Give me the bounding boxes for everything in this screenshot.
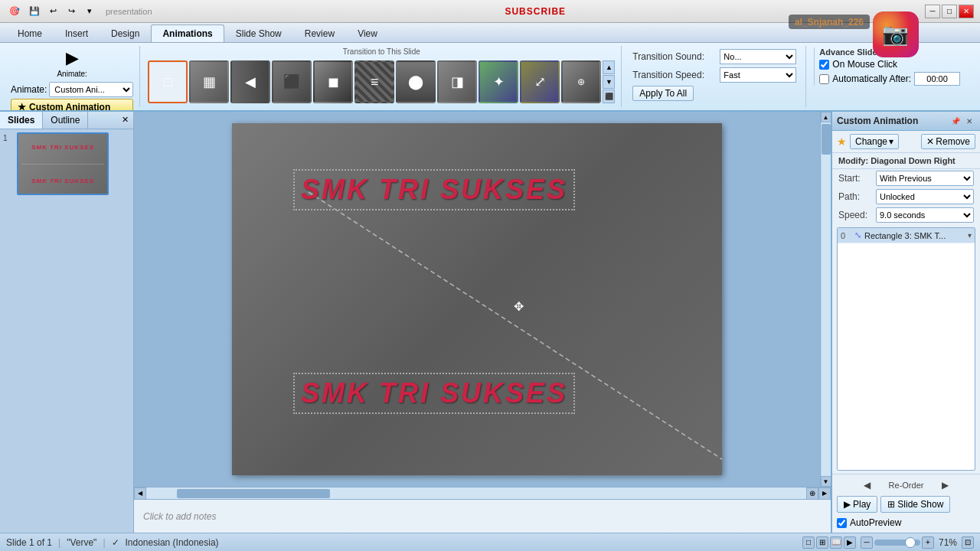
zoom-slider[interactable] — [874, 540, 920, 546]
trans-scroll-more[interactable]: ⬛ — [603, 90, 615, 103]
scroll-center-button[interactable]: ⊕ — [806, 487, 818, 500]
auto-after-checkbox[interactable] — [819, 74, 829, 84]
start-field-row: Start: With Previous On Click After Prev… — [832, 169, 980, 187]
normal-view-button[interactable]: □ — [802, 536, 815, 549]
auto-after-input[interactable] — [914, 72, 960, 86]
trans-strips[interactable]: ≡ — [354, 60, 394, 103]
ribbon-group-preview: ▶ Animate: Animate: Custom Ani... ★ Cust… — [5, 46, 140, 107]
tab-insert[interactable]: Insert — [54, 24, 100, 42]
cursor-icon: ✥ — [514, 299, 524, 314]
window-controls: ─ □ ✕ — [925, 5, 974, 18]
zoom-thumb[interactable] — [905, 537, 916, 548]
path-label: Path: — [838, 191, 873, 202]
reorder-down-button[interactable]: ▶ — [939, 479, 952, 491]
status-right: □ ⊞ 📖 ▶ ─ + 71% ⊡ — [802, 536, 974, 549]
panel-pin-icon[interactable]: 📌 — [949, 115, 962, 127]
slides-tab-slides[interactable]: Slides — [0, 112, 43, 129]
trans-reveal[interactable]: ◨ — [437, 60, 477, 103]
minimize-button[interactable]: ─ — [925, 5, 940, 18]
zoom-out-button[interactable]: ─ — [861, 536, 873, 549]
canvas-text-top: SMK TRI SUKSES — [293, 169, 575, 210]
slide-sorter-button[interactable]: ⊞ — [816, 536, 828, 549]
anim-text: Rectangle 3: SMK T... — [864, 231, 965, 240]
notes-area[interactable]: Click to add notes — [134, 499, 831, 533]
slideshow-button[interactable]: ⊞ Slide Show — [880, 496, 950, 513]
trans-push[interactable]: ⬛ — [272, 60, 312, 103]
username-badge: al_Snjanah_226 — [789, 15, 870, 29]
path-field-row: Path: Unlocked Locked — [832, 187, 980, 206]
preview-button[interactable]: ▶ Animate: — [52, 47, 92, 79]
subscribe-title: SUBSCRIBE — [505, 5, 566, 17]
sound-label: Transition Sound: — [632, 51, 717, 62]
panel-close-icon[interactable]: ✕ — [963, 115, 975, 127]
reorder-up-icon: ◀ — [864, 480, 871, 491]
save-button[interactable]: 💾 — [26, 3, 43, 20]
slides-panel-close[interactable]: ✕ — [117, 112, 133, 129]
slide-info: Slide 1 of 1 — [6, 537, 52, 548]
tab-animations[interactable]: Animations — [151, 24, 224, 42]
apply-all-button[interactable]: Apply To All — [632, 86, 694, 101]
play-button[interactable]: ▶ Play — [837, 496, 877, 513]
fit-to-window-button[interactable]: ⊡ — [962, 536, 974, 549]
animate-select[interactable]: Custom Ani... — [49, 82, 133, 97]
start-select[interactable]: With Previous On Click After Previous — [876, 171, 974, 186]
animation-item[interactable]: 0 ⤡ Rectangle 3: SMK T... ▾ — [838, 228, 975, 243]
slide-thumbnail[interactable]: SMK TRI SUKSES SMK TRI SUKSES — [17, 132, 109, 195]
canvas-text-bottom: SMK TRI SUKSES — [293, 373, 575, 414]
mouse-click-checkbox[interactable] — [819, 60, 829, 70]
list-item[interactable]: 1 SMK TRI SUKSES SMK TRI SUKSES — [3, 132, 130, 195]
slides-tab-outline[interactable]: Outline — [43, 112, 88, 129]
close-button[interactable]: ✕ — [959, 5, 974, 18]
slideshow-view-button[interactable]: ▶ — [844, 536, 856, 549]
scroll-down-button[interactable]: ▼ — [821, 476, 831, 487]
trans-fade[interactable]: ▦ — [189, 60, 229, 103]
canvas-scroll[interactable]: SMK TRI SUKSES SMK TRI SUKSES ✥ — [134, 112, 820, 487]
zoom-in-button[interactable]: + — [922, 536, 934, 549]
scroll-thumb-horizontal[interactable] — [177, 489, 330, 498]
scroll-track-vertical[interactable] — [822, 122, 831, 476]
change-button[interactable]: Change ▾ — [850, 134, 899, 149]
scrollbar-vertical[interactable]: ▲ ▼ — [820, 112, 831, 487]
dropdown-icon: ▾ — [889, 136, 893, 147]
custom-animation-button[interactable]: ★ Custom Animation — [11, 99, 133, 112]
scroll-thumb-vertical[interactable] — [822, 124, 831, 155]
trans-scroll-down[interactable]: ▼ — [603, 75, 615, 89]
trans-scroll-up[interactable]: ▲ — [603, 60, 615, 74]
anim-dropdown-icon[interactable]: ▾ — [968, 231, 972, 240]
scroll-track-horizontal[interactable] — [146, 487, 806, 500]
tab-review[interactable]: Review — [293, 24, 346, 42]
autopreview-checkbox[interactable] — [837, 518, 847, 528]
play-row: ▶ Play ⊞ Slide Show — [837, 493, 975, 516]
status-sep-1: | — [58, 537, 60, 548]
reorder-up-button[interactable]: ◀ — [861, 479, 874, 491]
trans-split[interactable]: ⬤ — [396, 60, 436, 103]
tab-design[interactable]: Design — [100, 24, 151, 42]
trans-wipe[interactable]: ◀ — [230, 60, 270, 103]
scroll-left-button[interactable]: ◀ — [134, 487, 146, 500]
trans-more[interactable]: ⊕ — [561, 60, 601, 103]
tab-home[interactable]: Home — [6, 24, 54, 42]
reading-view-button[interactable]: 📖 — [830, 536, 842, 549]
slide-canvas[interactable]: SMK TRI SUKSES SMK TRI SUKSES ✥ — [232, 123, 722, 475]
tab-view[interactable]: View — [346, 24, 389, 42]
speed-select[interactable]: 9.0 seconds 5.0 seconds 3.0 seconds 2.0 … — [876, 207, 974, 223]
status-sep-2: | — [103, 537, 105, 548]
scroll-up-button[interactable]: ▲ — [821, 112, 831, 122]
trans-cover[interactable]: ◼ — [313, 60, 353, 103]
trans-none[interactable]: □ — [148, 60, 188, 103]
undo-button[interactable]: ↩ — [44, 3, 61, 20]
tab-slideshow[interactable]: Slide Show — [224, 24, 293, 42]
path-select[interactable]: Unlocked Locked — [876, 189, 974, 204]
remove-button[interactable]: ✕ Remove — [921, 134, 975, 149]
speed-select[interactable]: Fast — [720, 67, 796, 83]
scrollbar-horizontal[interactable]: ◀ ⊕ ▶ — [134, 487, 831, 499]
sound-select[interactable]: No... — [720, 49, 796, 64]
restore-button[interactable]: □ — [942, 5, 957, 18]
scroll-right-button[interactable]: ▶ — [818, 487, 831, 500]
redo-button[interactable]: ↪ — [63, 3, 80, 20]
quick-access-dropdown[interactable]: ▾ — [81, 3, 98, 20]
panel-btn-row: ★ Change ▾ ✕ Remove — [832, 131, 980, 153]
trans-random[interactable]: ✦ — [479, 60, 518, 103]
canvas-area: SMK TRI SUKSES SMK TRI SUKSES ✥ — [134, 112, 820, 487]
trans-fly[interactable]: ⤢ — [520, 60, 560, 103]
